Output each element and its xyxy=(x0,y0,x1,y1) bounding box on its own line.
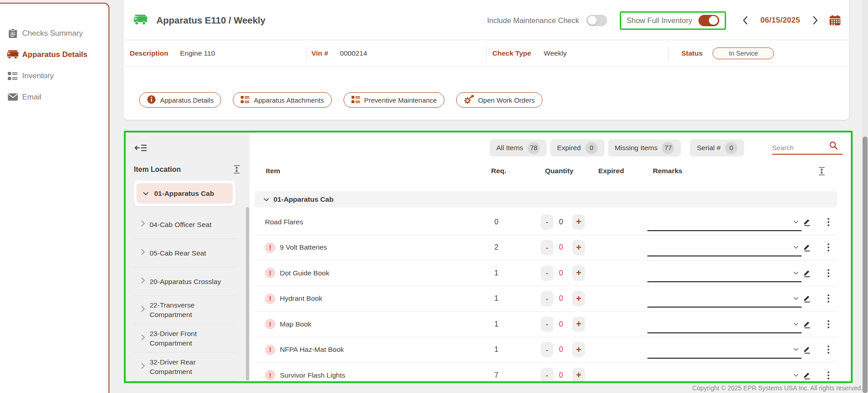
quantity-decrement-button[interactable]: - xyxy=(541,265,553,281)
item-name-cell: Road Flares xyxy=(265,209,303,235)
location-tree-item[interactable]: 22-Transverse Compartment xyxy=(134,296,237,324)
page-scrollbar-thumb[interactable] xyxy=(863,137,868,393)
tab-count-badge: 78 xyxy=(528,142,540,154)
remarks-input[interactable] xyxy=(647,374,802,382)
inventory-filter-tab[interactable]: Serial # 0 xyxy=(690,139,744,156)
quantity-increment-button[interactable]: + xyxy=(572,214,585,230)
edit-remarks-pencil-icon[interactable] xyxy=(802,269,811,277)
status-badge[interactable]: In Service xyxy=(712,47,774,59)
row-req-value: 0 xyxy=(483,218,510,226)
row-menu-kebab-icon[interactable] xyxy=(826,269,831,277)
row-menu-kebab-icon[interactable] xyxy=(826,218,831,226)
edit-remarks-pencil-icon[interactable] xyxy=(802,294,811,303)
remarks-input[interactable] xyxy=(647,221,802,231)
calendar-icon[interactable] xyxy=(829,15,841,26)
row-menu-kebab-icon[interactable] xyxy=(826,294,831,303)
inventory-filter-tab[interactable]: All Items 78 xyxy=(490,139,547,156)
quantity-decrement-button[interactable]: - xyxy=(541,342,553,357)
status-label: Status xyxy=(681,49,703,57)
quantity-increment-button[interactable]: + xyxy=(572,240,585,255)
remarks-dropdown-caret-icon[interactable] xyxy=(793,374,798,377)
app-root: Checks Summary Apparatus Details Invento… xyxy=(0,0,868,393)
edit-remarks-pencil-icon[interactable] xyxy=(802,218,811,226)
expand-all-icon[interactable] xyxy=(233,165,241,174)
include-maintenance-toggle[interactable] xyxy=(586,15,607,26)
apparatus-details-button[interactable]: Apparatus Details xyxy=(139,92,221,108)
apparatus-attachments-button[interactable]: Apparatus Attachments xyxy=(233,92,331,108)
remarks-dropdown-caret-icon[interactable] xyxy=(793,271,798,275)
page-scrollbar-track[interactable] xyxy=(862,0,868,393)
preventive-maintenance-button[interactable]: Preventive Maintenance xyxy=(344,92,445,108)
location-tree-item[interactable]: 04-Cab Officer Seat xyxy=(134,210,237,239)
quantity-decrement-button[interactable]: - xyxy=(541,214,553,230)
sidebar-item-email[interactable]: Email xyxy=(0,86,108,108)
row-menu-kebab-icon[interactable] xyxy=(826,320,831,328)
inventory-section: Item Location 01-Apparatus Cab 04-Cab Of… xyxy=(126,133,851,381)
check-date[interactable]: 06/15/2025 xyxy=(760,16,800,25)
remarks-input[interactable] xyxy=(647,349,802,359)
row-req-value: 1 xyxy=(483,294,510,303)
location-tree-item[interactable]: 32-Driver Rear Compartment xyxy=(134,353,237,381)
inventory-filter-tabs: All Items 78 Expired 0 Missing Items 77 … xyxy=(250,139,843,157)
item-name-cell: ! NFPA Haz-Mat Book xyxy=(265,337,344,363)
location-item-label: 01-Apparatus Cab xyxy=(154,189,214,198)
search-input[interactable] xyxy=(772,144,829,152)
quantity-increment-button[interactable]: + xyxy=(572,368,585,381)
action-buttons-row: Apparatus Details Apparatus Attachments … xyxy=(139,92,849,108)
quantity-increment-button[interactable]: + xyxy=(572,342,585,357)
column-expired: Expired xyxy=(596,167,627,175)
sidebar-item-checks-summary[interactable]: Checks Summary xyxy=(0,23,108,44)
location-panel-scrollbar[interactable] xyxy=(246,207,249,380)
inventory-filter-tab[interactable]: Missing Items 77 xyxy=(608,139,681,156)
remarks-input[interactable] xyxy=(647,246,802,256)
row-menu-kebab-icon[interactable] xyxy=(826,346,831,354)
previous-date-chevron-icon[interactable] xyxy=(742,16,748,25)
location-item-apparatus-cab-selected[interactable]: 01-Apparatus Cab xyxy=(137,183,233,204)
quantity-decrement-button[interactable]: - xyxy=(541,368,553,381)
column-req: Req. xyxy=(485,167,512,175)
missing-warning-icon: ! xyxy=(265,370,275,380)
page-title: Apparatus E110 / Weekly xyxy=(156,15,265,26)
group-row-apparatus-cab[interactable]: 01-Apparatus Cab xyxy=(255,191,837,208)
remarks-dropdown-caret-icon[interactable] xyxy=(793,297,798,300)
quantity-decrement-button[interactable]: - xyxy=(541,291,553,306)
next-date-chevron-icon[interactable] xyxy=(813,16,818,25)
row-menu-kebab-icon[interactable] xyxy=(826,243,831,252)
sidebar-item-apparatus-details[interactable]: Apparatus Details xyxy=(0,44,108,65)
search-icon[interactable] xyxy=(829,141,838,152)
location-tree: 04-Cab Officer Seat 05-Cab Rear Seat 20-… xyxy=(126,210,250,381)
inventory-filter-tab[interactable]: Expired 0 xyxy=(550,139,604,156)
remarks-dropdown-caret-icon[interactable] xyxy=(793,220,798,223)
quantity-decrement-button[interactable]: - xyxy=(541,240,553,255)
remarks-input[interactable] xyxy=(647,272,802,282)
edit-remarks-pencil-icon[interactable] xyxy=(802,346,811,354)
location-tree-item[interactable]: 05-Cab Rear Seat xyxy=(134,239,237,267)
inventory-row: ! 9 Volt Batteries 2 - 0 + xyxy=(255,235,837,261)
sidebar-item-label: Email xyxy=(22,93,42,102)
remarks-dropdown-caret-icon[interactable] xyxy=(793,246,798,249)
sidebar-item-inventory[interactable]: Inventory xyxy=(0,65,108,86)
quantity-increment-button[interactable]: + xyxy=(572,291,585,306)
remarks-input[interactable] xyxy=(647,298,802,308)
remarks-dropdown-caret-icon[interactable] xyxy=(793,322,798,326)
collapse-panel-icon[interactable] xyxy=(134,144,147,152)
open-work-orders-button[interactable]: Open Work Orders xyxy=(456,92,542,108)
expand-rows-icon[interactable] xyxy=(818,167,826,175)
location-tree-item[interactable]: 23-Driver Front Compartment xyxy=(134,324,237,353)
item-name-cell: ! 9 Volt Batteries xyxy=(265,235,327,260)
vin-label: Vin # xyxy=(311,49,328,57)
edit-remarks-pencil-icon[interactable] xyxy=(802,371,811,379)
quantity-increment-button[interactable]: + xyxy=(572,265,585,281)
row-menu-kebab-icon[interactable] xyxy=(826,371,831,379)
location-tree-item[interactable]: 20-Apparatus Crosslay xyxy=(134,267,237,296)
quantity-increment-button[interactable]: + xyxy=(572,317,585,332)
remarks-input[interactable] xyxy=(647,323,802,333)
row-req-value: 7 xyxy=(483,371,510,379)
item-name-cell: ! Survivor Flash Lights xyxy=(265,363,345,381)
remarks-dropdown-caret-icon[interactable] xyxy=(793,348,798,351)
show-full-inventory-toggle[interactable] xyxy=(698,15,719,26)
quantity-decrement-button[interactable]: - xyxy=(541,317,553,332)
edit-remarks-pencil-icon[interactable] xyxy=(802,320,811,328)
button-label: Preventive Maintenance xyxy=(364,96,437,104)
edit-remarks-pencil-icon[interactable] xyxy=(802,243,811,252)
